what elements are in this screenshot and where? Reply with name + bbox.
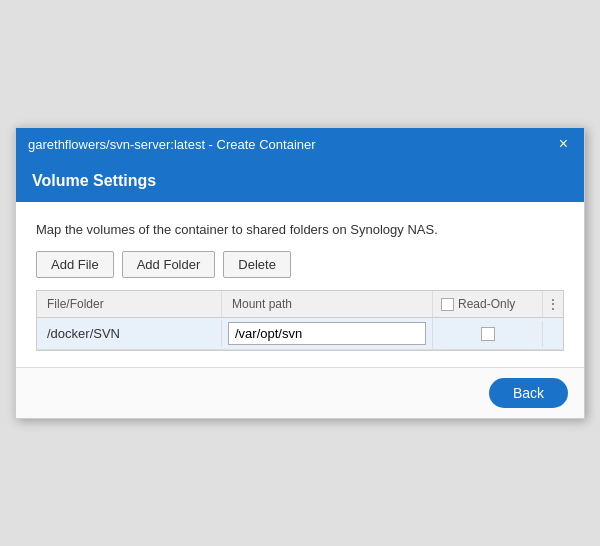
volume-table: File/Folder Mount path Read-Only ⋮ /dock… — [36, 290, 564, 351]
cell-read-only — [433, 321, 543, 347]
back-button[interactable]: Back — [489, 378, 568, 408]
section-header: Volume Settings — [16, 160, 584, 202]
header-mount-path: Mount path — [222, 291, 433, 317]
content-area: Map the volumes of the container to shar… — [16, 202, 584, 367]
mount-path-input[interactable] — [228, 322, 426, 345]
header-read-only: Read-Only — [433, 291, 543, 317]
header-read-only-label: Read-Only — [458, 297, 515, 311]
footer: Back — [16, 367, 584, 418]
add-file-button[interactable]: Add File — [36, 251, 114, 278]
title-bar-text: garethflowers/svn-server:latest - Create… — [28, 137, 316, 152]
read-only-header-checkbox[interactable] — [441, 298, 454, 311]
header-menu: ⋮ — [543, 291, 563, 317]
file-folder-value: /docker/SVN — [47, 326, 120, 341]
header-file-folder: File/Folder — [37, 291, 222, 317]
title-bar: garethflowers/svn-server:latest - Create… — [16, 128, 584, 160]
cell-file-folder: /docker/SVN — [37, 320, 222, 347]
description-text: Map the volumes of the container to shar… — [36, 222, 564, 237]
table-row: /docker/SVN — [37, 318, 563, 350]
cell-menu — [543, 328, 563, 340]
close-button[interactable]: × — [555, 136, 572, 152]
create-container-dialog: garethflowers/svn-server:latest - Create… — [15, 127, 585, 419]
delete-button[interactable]: Delete — [223, 251, 291, 278]
read-only-checkbox[interactable] — [481, 327, 495, 341]
toolbar: Add File Add Folder Delete — [36, 251, 564, 278]
table-header: File/Folder Mount path Read-Only ⋮ — [37, 291, 563, 318]
cell-mount-path — [222, 318, 433, 349]
section-title: Volume Settings — [32, 172, 156, 189]
column-menu-icon[interactable]: ⋮ — [546, 297, 560, 311]
add-folder-button[interactable]: Add Folder — [122, 251, 216, 278]
